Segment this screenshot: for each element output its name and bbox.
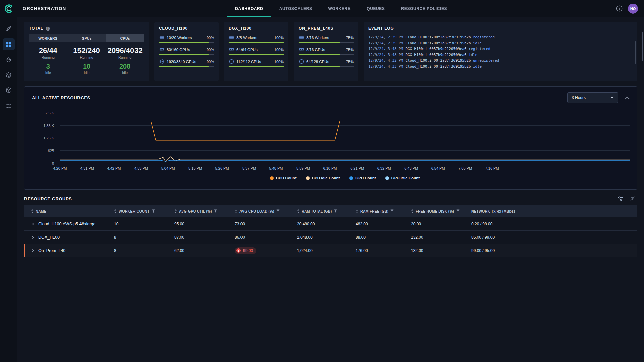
table-row-on-prem-l40[interactable]: On_Prem_L40 8 62.00 !99.00 1,024.00 176.…: [24, 244, 637, 257]
event-log-list[interactable]: 12/9/24, 2:39 PM Cloud_H100:i-00f2a87f36…: [368, 34, 633, 69]
x-tick-label: 6:21 PM: [350, 166, 364, 170]
sort-icon[interactable]: [235, 209, 237, 213]
event-log-title: EVENT LOG: [368, 26, 394, 31]
column-header-network-tx-rx-mbps[interactable]: NETWORK Tx/Rx (MBps): [468, 209, 637, 213]
cluster-stat-row: 1920/3840 CPUs 90%: [159, 59, 214, 64]
avatar[interactable]: NO: [628, 4, 638, 14]
total-tab-cpus[interactable]: CPUs: [106, 34, 144, 42]
filter-icon[interactable]: [390, 209, 394, 213]
collapse-panel-button[interactable]: [625, 96, 630, 99]
cell-network: 85.00 / 99.00: [468, 235, 637, 240]
expand-chevron-icon[interactable]: [31, 249, 34, 252]
sidebar-item-queues[interactable]: [3, 69, 15, 81]
tab-dashboard[interactable]: DASHBOARD: [227, 0, 271, 17]
column-label: NETWORK Tx/Rx (MBps): [471, 209, 515, 213]
x-tick-label: 6:32 PM: [377, 166, 391, 170]
total-column-gpus: 152/240 Running 10 Idle: [67, 46, 106, 75]
info-icon[interactable]: i: [46, 26, 50, 31]
event-log-scrollbar[interactable]: [635, 34, 636, 78]
running-label: Running: [67, 55, 106, 59]
help-icon[interactable]: ?: [616, 5, 623, 12]
column-header-name[interactable]: NAME: [24, 209, 111, 213]
event-log-card: EVENT LOG 12/9/24, 2:39 PM Cloud_H100:i-…: [364, 22, 637, 81]
stat-label: 64/64 GPUs: [236, 48, 272, 52]
column-header-worker-count[interactable]: WORKER COUNT: [111, 209, 171, 213]
cluster-stat-row: 112/112 CPUs 100%: [229, 59, 284, 64]
tab-queues[interactable]: QUEUES: [359, 0, 393, 17]
chart-plot[interactable]: [60, 113, 630, 163]
stat-percent: 90%: [207, 60, 214, 64]
stat-label: 112/112 CPUs: [236, 60, 272, 64]
chevron-down-icon: [610, 97, 614, 99]
workers-icon: [159, 35, 164, 40]
expand-chevron-icon[interactable]: [31, 236, 34, 239]
filter-icon[interactable]: [214, 209, 217, 213]
sort-icon[interactable]: [297, 209, 300, 213]
sidebar-item-resources[interactable]: [3, 84, 15, 97]
expand-chevron-icon[interactable]: [31, 222, 34, 226]
legend-item-gpu-count[interactable]: GPU Count: [349, 176, 376, 180]
x-tick-label: 5:26 PM: [215, 166, 229, 170]
clear-filters-button[interactable]: [630, 196, 635, 201]
sort-icon[interactable]: [31, 209, 34, 213]
stat-label: 10/20 Workers: [167, 36, 204, 40]
table-header: NAME WORKER COUNT AVG GPU UTIL (%) AVG C…: [24, 205, 637, 217]
log-entry: 12/9/24, 2:39 PM Cloud_H100:i-00f2a87f36…: [368, 40, 633, 46]
sidebar-item-workers[interactable]: [3, 54, 15, 66]
column-settings-button[interactable]: [617, 196, 623, 202]
stat-percent: 90%: [207, 48, 214, 52]
sort-icon[interactable]: [114, 209, 117, 213]
filter-icon[interactable]: [456, 209, 460, 213]
column-header-ram-total-gb[interactable]: RAM TOTAL (GB): [293, 209, 352, 213]
page-scrollbar[interactable]: [642, 32, 643, 61]
filter-icon[interactable]: [334, 209, 337, 213]
tab-autoscalers[interactable]: AUTOSCALERS: [271, 0, 320, 17]
total-tab-gpus[interactable]: GPUs: [67, 34, 105, 42]
sidebar-item-launch[interactable]: [3, 23, 15, 35]
sidebar-rail: [0, 17, 17, 362]
legend-item-cpu-count[interactable]: CPU Count: [270, 176, 297, 180]
total-tab-workers[interactable]: WORKERS: [29, 34, 67, 42]
column-header-free-home-disk[interactable]: FREE HOME DISK (%): [408, 209, 468, 213]
x-tick-label: 4:20 PM: [53, 166, 67, 170]
idle-label: Idle: [29, 71, 67, 75]
tab-workers[interactable]: WORKERS: [320, 0, 359, 17]
table-row-dgx-h100[interactable]: DGX_H100 8 87.00 86.00 2,048.00 88.00 13…: [24, 231, 637, 244]
gpu-icon: [299, 47, 304, 52]
x-tick-label: 7:05 PM: [458, 166, 472, 170]
time-range-select[interactable]: 3 Hours: [567, 92, 618, 103]
table-row-cloud-h100-aws-p5-48xlarge[interactable]: Cloud_H100:AWS-p5.48xlarge 10 95.00 73.0…: [24, 217, 637, 231]
sidebar-item-pipelines[interactable]: [3, 100, 15, 112]
scrollbar-thumb[interactable]: [635, 41, 636, 64]
cell-ram-free: 176.00: [352, 248, 408, 253]
tab-resource-policies[interactable]: RESOURCE POLICIES: [393, 0, 455, 17]
x-tick-label: 5:15 PM: [188, 166, 202, 170]
clearml-logo-icon: [3, 3, 14, 14]
cell-ram-free: 88.00: [352, 235, 408, 240]
column-header-avg-cpu-load[interactable]: AVG CPU LOAD (%): [231, 209, 293, 213]
legend-item-gpu-idle-count[interactable]: GPU Idle Count: [385, 176, 420, 180]
legend-item-cpu-idle-count[interactable]: CPU Idle Count: [306, 176, 340, 180]
sort-icon[interactable]: [411, 209, 414, 213]
table-actions: [617, 196, 635, 202]
column-header-ram-free-gb[interactable]: RAM FREE (GB): [352, 209, 408, 213]
sort-icon[interactable]: [174, 209, 177, 213]
x-tick-label: 5:59 PM: [296, 166, 310, 170]
workers-icon: [229, 35, 234, 40]
resources-icon: [5, 87, 12, 94]
log-entry: 12/9/24, 2:39 PM Cloud_H100:i-00f2a87f36…: [368, 34, 633, 40]
sliders-icon: [617, 196, 623, 202]
stat-percent: 75%: [346, 36, 354, 40]
svg-text:?: ?: [619, 7, 621, 10]
app-logo[interactable]: [0, 3, 17, 14]
progress-bar: [229, 66, 284, 67]
sidebar-item-dashboard[interactable]: [3, 38, 15, 50]
filter-icon[interactable]: [276, 209, 280, 213]
filter-icon[interactable]: [152, 209, 155, 213]
column-header-avg-gpu-util[interactable]: AVG GPU UTIL (%): [171, 209, 231, 213]
stat-label: 8/16 GPUs: [306, 48, 344, 52]
running-count: 26/44: [29, 46, 67, 55]
cell-avg-gpu-util: 87.00: [171, 235, 231, 240]
sort-icon[interactable]: [356, 209, 358, 213]
cluster-title: DGX_H100: [229, 26, 252, 31]
